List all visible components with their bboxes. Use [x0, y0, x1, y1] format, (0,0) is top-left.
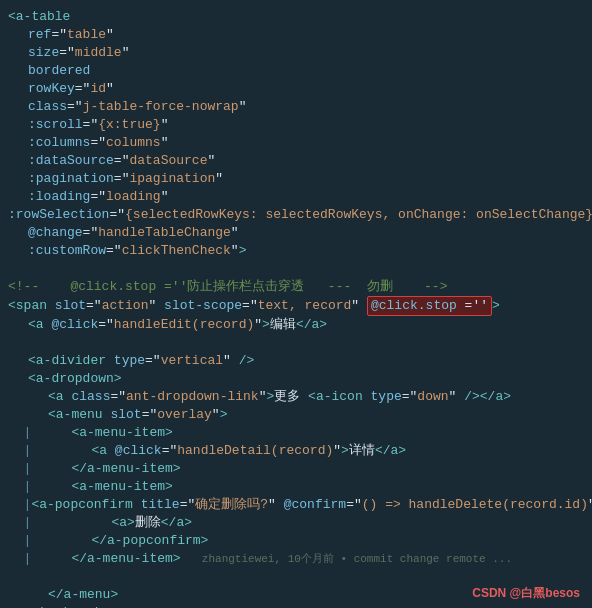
code-line-menu-open: <a-menu slot="overlay">: [0, 406, 592, 424]
code-line-menu-item-2-open: |<a-menu-item>: [0, 478, 592, 496]
code-line-6: class="j-table-force-nowrap": [0, 98, 592, 116]
code-line-5: rowKey="id": [0, 80, 592, 98]
code-line-empty-1: [0, 260, 592, 278]
code-line-7: :scroll="{x:true}": [0, 116, 592, 134]
code-line-menu-item-1-close: |</a-menu-item>: [0, 460, 592, 478]
code-line-2: ref="table": [0, 26, 592, 44]
code-line-comment: <!-- @click.stop =''防止操作栏点击穿透 --- 勿删 -->: [0, 278, 592, 296]
code-line-menu-item-2-close: |</a-menu-item> zhangtiewei, 10个月前 • com…: [0, 550, 592, 568]
code-editor: <a-table ref="table" size="middle" borde…: [0, 0, 592, 608]
code-line-edit-link: <a @click="handleEdit(record)">编辑</a>: [0, 316, 592, 334]
code-line-4: bordered: [0, 62, 592, 80]
code-line-span-action: <span slot="action" slot-scope="text, re…: [0, 296, 592, 316]
code-line-dropdown-close: </a-dropdown>: [0, 604, 592, 608]
attr-ref: ref: [28, 26, 51, 44]
code-line-9: :dataSource="dataSource": [0, 152, 592, 170]
code-line-10: :pagination="ipagination": [0, 170, 592, 188]
code-line-8: :columns="columns": [0, 134, 592, 152]
code-line-delete-link: |<a>删除</a>: [0, 514, 592, 532]
code-line-empty-2: [0, 334, 592, 352]
code-line-14: :customRow="clickThenCheck">: [0, 242, 592, 260]
code-line-3: size="middle": [0, 44, 592, 62]
code-line-13: @change="handleTableChange": [0, 224, 592, 242]
tag-a-table: <a-table: [8, 8, 70, 26]
code-line-11: :loading="loading": [0, 188, 592, 206]
code-line-detail-link: |<a @click="handleDetail(record)">详情</a>: [0, 442, 592, 460]
code-line-divider: <a-divider type="vertical" />: [0, 352, 592, 370]
code-line-popconfirm-close: |</a-popconfirm>: [0, 532, 592, 550]
code-line-dropdown-open: <a-dropdown>: [0, 370, 592, 388]
code-line-menu-item-1-open: |<a-menu-item>: [0, 424, 592, 442]
code-line-empty-3: [0, 568, 592, 586]
git-blame: zhangtiewei, 10个月前 • commit change remot…: [189, 550, 512, 568]
code-line-1: <a-table: [0, 8, 592, 26]
attr-value-table: table: [67, 26, 106, 44]
code-line-dropdown-link: <a class="ant-dropdown-link">更多 <a-icon …: [0, 388, 592, 406]
click-stop-highlight: @click.stop ='': [367, 296, 492, 316]
code-line-12: :rowSelection="{selectedRowKeys: selecte…: [0, 206, 592, 224]
code-line-popconfirm-open: |<a-popconfirm title="确定删除吗?" @confirm="…: [0, 496, 592, 514]
footer-branding: CSDN @白黑besos: [472, 585, 580, 602]
